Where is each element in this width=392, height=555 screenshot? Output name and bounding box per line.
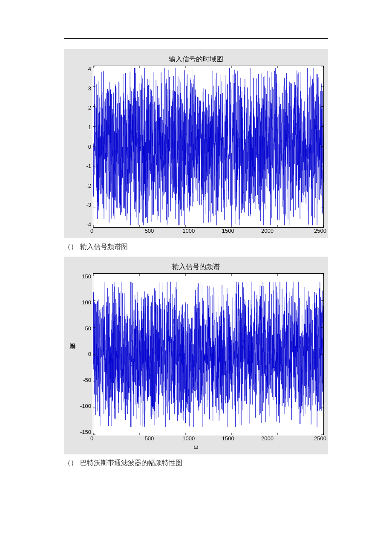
- caption-text: 输入信号频谱图: [80, 243, 128, 250]
- caption-bullet: （）: [64, 243, 78, 250]
- caption-bullet: （）: [64, 459, 78, 466]
- x-axis-ticks: 05001000150020002500: [93, 435, 324, 442]
- caption-butterworth: （）巴特沃斯带通滤波器的幅频特性图: [64, 459, 328, 468]
- caption-spectrum: （）输入信号频谱图: [64, 243, 328, 251]
- y-axis-ticks: 150100500-50-100-150: [76, 273, 93, 435]
- y-axis-ticks: 43210-1-2-3-4: [76, 66, 93, 228]
- chart-spectrum: 输入信号的频谱 幅度 150100500-50-100-150 05001000…: [64, 257, 328, 454]
- plot-box: [93, 66, 324, 228]
- horizontal-rule: [64, 38, 328, 39]
- chart-time-domain: 输入信号的时域图 43210-1-2-3-4 05001000150020002…: [64, 49, 328, 238]
- x-axis-label: ω: [68, 443, 324, 450]
- chart-title: 输入信号的频谱: [68, 263, 324, 272]
- plot-box: [93, 273, 324, 435]
- chart-title: 输入信号的时域图: [68, 55, 324, 64]
- caption-text: 巴特沃斯带通滤波器的幅频特性图: [80, 459, 182, 466]
- x-axis-ticks: 05001000150020002500: [93, 228, 324, 234]
